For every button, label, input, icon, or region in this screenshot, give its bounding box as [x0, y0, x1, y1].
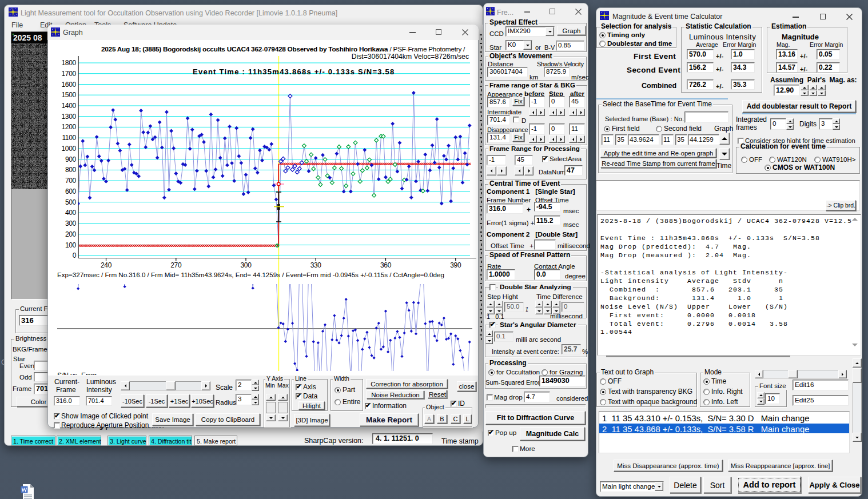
svg-text:1100: 1100 [62, 134, 76, 142]
svg-text:2025 Aug 18; (3885) Bogorodski: 2025 Aug 18; (3885) Bogorodskij occults … [101, 45, 465, 53]
svg-text:1700: 1700 [62, 70, 77, 78]
svg-text:390: 390 [450, 261, 461, 269]
svg-text:1400: 1400 [62, 102, 77, 110]
svg-text:1200: 1200 [62, 123, 77, 131]
svg-text:240: 240 [101, 261, 112, 269]
svg-text:200: 200 [65, 230, 77, 238]
svg-text:600: 600 [65, 187, 77, 195]
svg-text:1000: 1000 [62, 145, 77, 153]
svg-text:500: 500 [65, 198, 77, 206]
svg-text:700: 700 [65, 177, 77, 185]
svg-text:900: 900 [65, 155, 77, 163]
svg-text:S/N vs. Error: S/N vs. Error [57, 372, 97, 375]
svg-text:100: 100 [65, 241, 77, 249]
svg-text:1600: 1600 [62, 81, 77, 89]
svg-text:270: 270 [170, 261, 182, 269]
svg-text:400: 400 [65, 209, 77, 217]
svg-text:300: 300 [240, 261, 252, 269]
svg-text:Event Time : 11h35m43.868s +/: Event Time : 11h35m43.868s +/- 0.133s S/… [193, 67, 395, 76]
svg-text:1500: 1500 [62, 91, 77, 99]
svg-text:1300: 1300 [62, 113, 77, 121]
svg-text:300: 300 [65, 219, 77, 227]
svg-text:Exp=327msec / Frm No.316.0 / F: Exp=327msec / Frm No.316.0 / Frm Mid= 11… [57, 271, 444, 278]
svg-text:360: 360 [380, 261, 392, 269]
svg-text:330: 330 [310, 261, 322, 269]
svg-text:800: 800 [65, 166, 77, 174]
svg-text:1800: 1800 [62, 59, 77, 67]
svg-text:Dist=306017404km Veloc=8726m/s: Dist=306017404km Veloc=8726m/sec [352, 53, 469, 61]
svg-text:0: 0 [73, 252, 77, 260]
svg-text:2025 08: 2025 08 [13, 33, 42, 42]
